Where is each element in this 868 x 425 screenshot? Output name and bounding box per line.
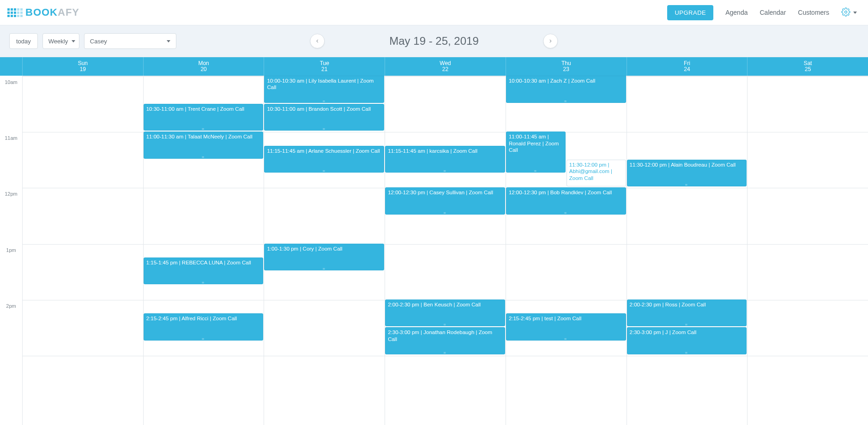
event-resize-handle[interactable]: = — [264, 169, 384, 172]
prev-week-button[interactable] — [310, 34, 325, 48]
calendar-event[interactable]: 10:00-10:30 am | Lily Isabella Laurent |… — [264, 76, 384, 103]
event-resize-handle[interactable]: = — [627, 183, 747, 186]
calendar-grid[interactable]: 10am11am12pm1pm2pm 10:30-11:00 am | Tren… — [0, 76, 868, 425]
event-title: 2:00-2:30 pm | Ben Keusch | Zoom Call — [388, 301, 502, 308]
calendar-event[interactable]: 2:15-2:45 pm | Alfred Ricci | Zoom Call= — [144, 313, 264, 341]
settings-menu[interactable] — [841, 7, 857, 18]
event-title: 11:00-11:30 am | Talaat McNeely | Zoom C… — [146, 133, 261, 140]
event-resize-handle[interactable]: = — [567, 183, 626, 186]
hour-label: 1pm — [0, 247, 22, 253]
calendar-event[interactable]: 12:00-12:30 pm | Casey Sullivan | Zoom C… — [385, 187, 505, 215]
day-column[interactable] — [747, 76, 868, 425]
calendar-event[interactable]: 11:15-11:45 am | Arlane Schuessler | Zoo… — [264, 146, 384, 173]
event-title: 1:15-1:45 pm | REBECCA LUNA | Zoom Call — [146, 259, 261, 266]
calendar-event[interactable]: 11:00-11:45 am | Ronald Perez | Zoom Cal… — [506, 132, 566, 173]
calendar-event[interactable]: 1:00-1:30 pm | Cory | Zoom Call= — [264, 244, 384, 271]
logo-mark-icon — [7, 8, 23, 17]
upgrade-button[interactable]: UPGRADE — [667, 5, 713, 20]
day-column[interactable]: 10:00-10:30 am | Lily Isabella Laurent |… — [264, 76, 385, 425]
day-column[interactable]: 10:30-11:00 am | Trent Crane | Zoom Call… — [143, 76, 264, 425]
event-title: 2:00-2:30 pm | Ross | Zoom Call — [630, 301, 744, 308]
calendar-event[interactable]: 10:30-11:00 am | Trent Crane | Zoom Call… — [144, 104, 264, 131]
event-title: 10:00-10:30 am | Zach Z | Zoom Call — [509, 78, 623, 84]
event-resize-handle[interactable]: = — [385, 323, 505, 326]
event-resize-handle[interactable]: = — [144, 337, 264, 340]
calendar-event[interactable]: 11:15-11:45 am | karcsika | Zoom Call= — [385, 146, 505, 173]
event-title: 2:30-3:00 pm | J | Zoom Call — [630, 329, 744, 335]
today-button[interactable]: today — [9, 33, 38, 49]
event-resize-handle[interactable]: = — [627, 351, 747, 354]
event-resize-handle[interactable]: = — [264, 267, 384, 270]
day-column[interactable]: 10:00-10:30 am | Zach Z | Zoom Call=11:0… — [506, 76, 627, 425]
event-resize-handle[interactable]: = — [506, 337, 626, 340]
calendar-event[interactable]: 2:30-3:00 pm | Jonathan Rodebaugh | Zoom… — [385, 327, 505, 354]
day-number: 25 — [805, 66, 811, 72]
event-resize-handle[interactable]: = — [385, 351, 505, 354]
staff-select-value: Casey — [90, 38, 107, 45]
time-column-header — [0, 57, 22, 76]
day-header[interactable]: Sat25 — [747, 57, 868, 76]
event-title: 1:00-1:30 pm | Cory | Zoom Call — [267, 245, 381, 252]
view-select[interactable]: Weekly — [42, 33, 79, 49]
caret-down-icon — [167, 40, 170, 42]
calendar-event[interactable]: 2:30-3:00 pm | J | Zoom Call= — [627, 327, 747, 354]
staff-select[interactable]: Casey — [84, 33, 176, 49]
calendar-event[interactable]: 12:00-12:30 pm | Bob Randklev | Zoom Cal… — [506, 187, 626, 215]
event-resize-handle[interactable]: = — [144, 156, 264, 158]
logo[interactable]: BOOKAFY — [7, 6, 79, 18]
event-title: 12:00-12:30 pm | Casey Sullivan | Zoom C… — [388, 189, 502, 196]
day-header[interactable]: Wed22 — [385, 57, 506, 76]
nav-agenda[interactable]: Agenda — [725, 9, 747, 16]
event-title: 2:30-3:00 pm | Jonathan Rodebaugh | Zoom… — [388, 329, 502, 342]
event-resize-handle[interactable]: = — [506, 211, 626, 214]
hour-label: 11am — [0, 135, 22, 141]
hour-label: 12pm — [0, 191, 22, 197]
event-resize-handle[interactable]: = — [144, 127, 264, 130]
event-resize-handle[interactable]: = — [627, 323, 747, 326]
day-column[interactable]: 11:30-12:00 pm | Alain Boudreau | Zoom C… — [627, 76, 747, 425]
calendar-event[interactable]: 10:00-10:30 am | Zach Z | Zoom Call= — [506, 76, 626, 103]
day-header[interactable]: Fri24 — [627, 57, 747, 76]
calendar-event[interactable]: 1:15-1:45 pm | REBECCA LUNA | Zoom Call= — [144, 257, 264, 285]
day-columns: 10:30-11:00 am | Trent Crane | Zoom Call… — [22, 76, 868, 425]
calendar-event[interactable]: 2:00-2:30 pm | Ross | Zoom Call= — [627, 299, 747, 327]
event-resize-handle[interactable]: = — [506, 100, 626, 102]
calendar-toolbar: today Weekly Casey May 19 - 25, 2019 — [0, 25, 868, 57]
event-resize-handle[interactable]: = — [506, 169, 566, 172]
calendar: Sun19Mon20Tue21Wed22Thu23Fri24Sat25 10am… — [0, 57, 868, 425]
calendar-event[interactable]: 11:30-12:00 pm | Alain Boudreau | Zoom C… — [627, 160, 747, 187]
calendar-event[interactable]: 2:00-2:30 pm | Ben Keusch | Zoom Call= — [385, 299, 505, 327]
day-number: 22 — [442, 66, 448, 72]
calendar-event[interactable]: 11:30-12:00 pm | Abhi@gmail.com | Zoom C… — [567, 160, 626, 187]
event-title: 11:30-12:00 pm | Alain Boudreau | Zoom C… — [630, 162, 744, 168]
svg-point-0 — [845, 11, 847, 13]
day-header[interactable]: Sun19 — [22, 57, 143, 76]
event-resize-handle[interactable]: = — [385, 169, 505, 172]
event-title: 10:30-11:00 am | Trent Crane | Zoom Call — [146, 106, 261, 112]
event-resize-handle[interactable]: = — [385, 211, 505, 214]
event-resize-handle[interactable]: = — [144, 281, 264, 284]
calendar-event[interactable]: 11:00-11:30 am | Talaat McNeely | Zoom C… — [144, 132, 264, 159]
event-resize-handle[interactable]: = — [264, 100, 384, 102]
next-week-button[interactable] — [543, 34, 558, 48]
nav-customers[interactable]: Customers — [798, 9, 829, 16]
day-header[interactable]: Thu23 — [506, 57, 627, 76]
day-column[interactable] — [22, 76, 143, 425]
day-column[interactable]: 11:15-11:45 am | karcsika | Zoom Call=12… — [385, 76, 506, 425]
logo-text: BOOKAFY — [25, 6, 79, 18]
event-title: 11:00-11:45 am | Ronald Perez | Zoom Cal… — [509, 133, 563, 153]
time-column: 10am11am12pm1pm2pm — [0, 76, 22, 425]
hour-label: 2pm — [0, 303, 22, 309]
day-header[interactable]: Tue21 — [264, 57, 385, 76]
day-number: 20 — [200, 66, 206, 72]
day-header-row: Sun19Mon20Tue21Wed22Thu23Fri24Sat25 — [0, 57, 868, 76]
calendar-event[interactable]: 2:15-2:45 pm | test | Zoom Call= — [506, 313, 626, 341]
event-title: 10:30-11:00 am | Brandon Scott | Zoom Ca… — [267, 106, 381, 112]
nav-calendar[interactable]: Calendar — [760, 9, 786, 16]
day-header[interactable]: Mon20 — [143, 57, 264, 76]
view-select-value: Weekly — [48, 38, 68, 45]
event-resize-handle[interactable]: = — [264, 127, 384, 130]
hour-label: 10am — [0, 79, 22, 85]
caret-down-icon — [72, 40, 75, 42]
calendar-event[interactable]: 10:30-11:00 am | Brandon Scott | Zoom Ca… — [264, 104, 384, 131]
